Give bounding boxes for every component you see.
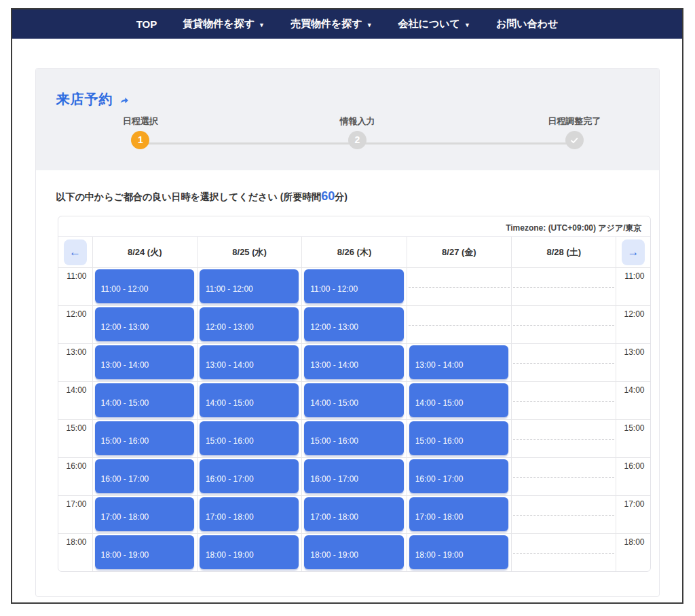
calendar-slot-cell: 11:00 - 12:00 — [301, 268, 406, 305]
page-content: 来店予約 日程選択1情報入力2日程調整完了 以下の中からご都合の良い日時を選択し… — [12, 68, 682, 597]
nav-item-TOP[interactable]: TOP — [136, 18, 157, 30]
time-slot-button[interactable]: 13:00 - 14:00 — [95, 345, 194, 379]
time-slot-button[interactable]: 12:00 - 13:00 — [200, 307, 299, 341]
calendar-widget: Timezone: (UTC+09:00) アジア/東京 ←8/24 (火)8/… — [58, 216, 651, 572]
time-slot-button[interactable]: 14:00 - 15:00 — [95, 383, 194, 417]
time-label: 11:00 — [58, 268, 92, 305]
calendar-slot-cell: 16:00 - 17:00 — [92, 458, 197, 495]
time-slot-button[interactable]: 11:00 - 12:00 — [200, 269, 299, 303]
day-header: 8/27 (金) — [407, 237, 511, 267]
calendar-empty-cell — [511, 382, 616, 419]
calendar-slot-cell: 14:00 - 15:00 — [197, 382, 301, 419]
calendar-slot-cell: 16:00 - 17:00 — [301, 458, 406, 495]
nav-item-会社について[interactable]: 会社について▼ — [398, 18, 470, 31]
calendar-slot-cell: 13:00 - 14:00 — [301, 344, 406, 381]
calendar-slot-cell: 14:00 - 15:00 — [301, 382, 406, 419]
calendar-slot-cell: 14:00 - 15:00 — [407, 382, 511, 419]
time-slot-button[interactable]: 14:00 - 15:00 — [200, 383, 299, 417]
calendar-slot-cell: 13:00 - 14:00 — [407, 344, 511, 381]
external-link-icon[interactable] — [119, 95, 130, 106]
nav-item-label: TOP — [136, 18, 157, 30]
time-slot-button[interactable]: 15:00 - 16:00 — [200, 421, 299, 455]
prev-week-button[interactable]: ← — [64, 239, 87, 265]
time-slot-button[interactable]: 11:00 - 12:00 — [95, 269, 194, 303]
calendar-slot-cell: 17:00 - 18:00 — [407, 496, 511, 533]
time-slot-button[interactable]: 13:00 - 14:00 — [304, 345, 403, 379]
top-navbar: TOP賃貸物件を探す▼売買物件を探す▼会社について▼お問い合わせ — [12, 9, 682, 39]
page-frame: TOP賃貸物件を探す▼売買物件を探す▼会社について▼お問い合わせ 来店予約 日程… — [11, 8, 683, 604]
time-label: 17:00 — [58, 496, 92, 533]
time-label: 11:00 — [616, 268, 650, 305]
calendar-slot-cell: 15:00 - 16:00 — [197, 420, 301, 457]
calendar-header: ←8/24 (火)8/25 (水)8/26 (木)8/27 (金)8/28 (土… — [58, 236, 650, 267]
time-slot-button[interactable]: 15:00 - 16:00 — [304, 421, 403, 455]
nav-item-お問い合わせ[interactable]: お問い合わせ — [496, 18, 558, 31]
step-2: 情報入力2 — [340, 115, 375, 149]
calendar-slot-cell: 17:00 - 18:00 — [301, 496, 406, 533]
time-slot-button[interactable]: 17:00 - 18:00 — [409, 497, 508, 531]
time-slot-button[interactable]: 11:00 - 12:00 — [304, 269, 403, 303]
time-label: 17:00 — [616, 496, 650, 533]
calendar-slot-cell: 15:00 - 16:00 — [92, 420, 197, 457]
reservation-card: 来店予約 日程選択1情報入力2日程調整完了 以下の中からご都合の良い日時を選択し… — [35, 68, 660, 597]
time-slot-button[interactable]: 17:00 - 18:00 — [95, 497, 194, 531]
calendar-slot-cell: 11:00 - 12:00 — [197, 268, 301, 305]
card-header: 来店予約 日程選択1情報入力2日程調整完了 — [36, 69, 659, 170]
time-slot-button[interactable]: 13:00 - 14:00 — [200, 345, 299, 379]
calendar-row: 11:0011:00 - 12:0011:00 - 12:0011:00 - 1… — [58, 267, 650, 305]
step-1: 日程選択1 — [123, 115, 158, 149]
calendar-empty-cell — [511, 420, 616, 457]
time-slot-button[interactable]: 12:00 - 13:00 — [304, 307, 403, 341]
calendar-slot-cell: 12:00 - 13:00 — [301, 306, 406, 343]
card-body: 以下の中からご都合の良い日時を選択してください (所要時間60分) Timezo… — [36, 170, 659, 572]
time-slot-button[interactable]: 16:00 - 17:00 — [200, 459, 299, 493]
time-label: 18:00 — [58, 534, 92, 571]
duration-value: 60 — [321, 189, 335, 203]
time-slot-button[interactable]: 17:00 - 18:00 — [200, 497, 299, 531]
calendar-row: 15:0015:00 - 16:0015:00 - 16:0015:00 - 1… — [58, 419, 650, 457]
calendar-slot-cell: 13:00 - 14:00 — [197, 344, 301, 381]
title-row: 来店予約 — [56, 90, 659, 109]
calendar-slot-cell: 18:00 - 19:00 — [407, 534, 511, 571]
nav-item-label: 会社について — [398, 18, 460, 31]
time-slot-button[interactable]: 14:00 - 15:00 — [304, 383, 403, 417]
nav-item-売買物件を探す[interactable]: 売買物件を探す▼ — [290, 18, 373, 31]
time-slot-button[interactable]: 14:00 - 15:00 — [409, 383, 508, 417]
next-week-button[interactable]: → — [622, 239, 645, 265]
time-slot-button[interactable]: 13:00 - 14:00 — [409, 345, 508, 379]
time-slot-button[interactable]: 15:00 - 16:00 — [409, 421, 508, 455]
calendar-empty-cell — [511, 496, 616, 533]
time-slot-button[interactable]: 18:00 - 19:00 — [200, 535, 299, 569]
time-label: 13:00 — [58, 344, 92, 381]
time-slot-button[interactable]: 18:00 - 19:00 — [304, 535, 403, 569]
calendar-slot-cell: 15:00 - 16:00 — [407, 420, 511, 457]
step-label: 日程選択 — [123, 115, 158, 128]
calendar-slot-cell: 16:00 - 17:00 — [407, 458, 511, 495]
time-label: 13:00 — [616, 344, 650, 381]
day-header: 8/26 (木) — [301, 237, 406, 267]
calendar-empty-cell — [511, 344, 616, 381]
time-label: 12:00 — [58, 306, 92, 343]
time-slot-button[interactable]: 16:00 - 17:00 — [304, 459, 403, 493]
time-label: 16:00 — [616, 458, 650, 495]
step-number: 1 — [131, 131, 149, 149]
time-slot-button[interactable]: 12:00 - 13:00 — [95, 307, 194, 341]
calendar-slot-cell: 18:00 - 19:00 — [197, 534, 301, 571]
nav-item-賃貸物件を探す[interactable]: 賃貸物件を探す▼ — [183, 18, 265, 31]
calendar-empty-cell — [407, 268, 511, 305]
calendar-empty-cell — [511, 268, 616, 305]
calendar-row: 16:0016:00 - 17:0016:00 - 17:0016:00 - 1… — [58, 457, 650, 495]
time-label: 14:00 — [616, 382, 650, 419]
time-slot-button[interactable]: 16:00 - 17:00 — [409, 459, 508, 493]
instruction-text: 以下の中からご都合の良い日時を選択してください (所要時間60分) — [56, 189, 651, 204]
calendar-slot-cell: 16:00 - 17:00 — [197, 458, 301, 495]
calendar-slot-cell: 18:00 - 19:00 — [301, 534, 406, 571]
time-slot-button[interactable]: 18:00 - 19:00 — [409, 535, 508, 569]
time-slot-button[interactable]: 17:00 - 18:00 — [304, 497, 403, 531]
calendar-slot-cell: 12:00 - 13:00 — [92, 306, 197, 343]
time-slot-button[interactable]: 16:00 - 17:00 — [95, 459, 194, 493]
time-slot-button[interactable]: 15:00 - 16:00 — [95, 421, 194, 455]
chevron-down-icon: ▼ — [259, 22, 265, 28]
time-slot-button[interactable]: 18:00 - 19:00 — [95, 535, 194, 569]
calendar-slot-cell: 14:00 - 15:00 — [92, 382, 197, 419]
